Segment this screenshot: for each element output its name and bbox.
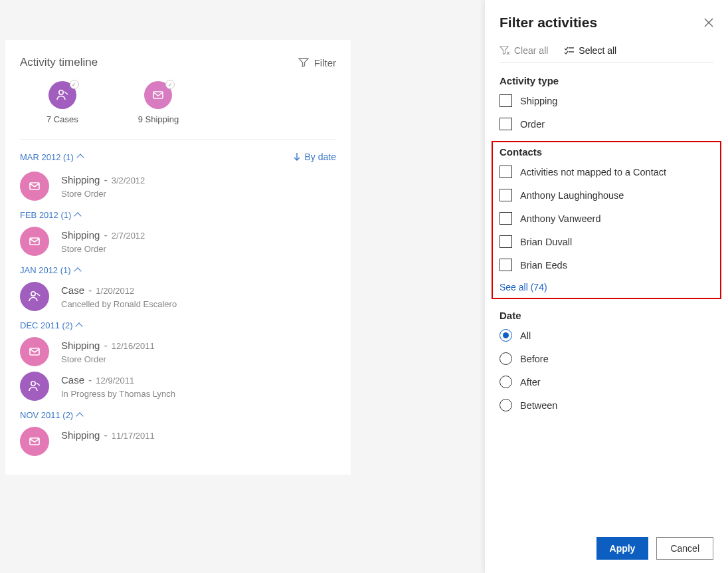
shipping-icon-circle	[20, 337, 49, 366]
select-all-button[interactable]: Select all	[564, 45, 616, 56]
summary-shipping[interactable]: ✓ 9 Shipping	[138, 81, 179, 124]
checkbox[interactable]	[500, 118, 512, 130]
apply-button[interactable]: Apply	[596, 537, 649, 560]
radio-label: After	[520, 377, 541, 388]
timeline-item[interactable]: Shipping-2/7/2012Store Order	[20, 227, 336, 256]
cancel-button[interactable]: Cancel	[656, 537, 713, 560]
date-option[interactable]: Before	[500, 352, 713, 365]
close-button[interactable]	[704, 18, 713, 27]
checkbox[interactable]	[500, 166, 512, 178]
date-option[interactable]: All	[500, 329, 713, 342]
item-type: Shipping	[61, 340, 100, 351]
date-option[interactable]: Between	[500, 399, 713, 411]
group-header[interactable]: NOV 2011 (2)	[20, 410, 336, 420]
summary-cases[interactable]: ✓ 7 Cases	[46, 81, 78, 124]
checkbox-label: Brian Eeds	[520, 260, 567, 271]
funnel-icon	[298, 57, 309, 68]
mail-icon	[28, 435, 41, 448]
checkbox-label: Brian Duvall	[520, 237, 572, 247]
contact-option[interactable]: Anthony Laughinghouse	[500, 189, 713, 201]
see-all-contacts-link[interactable]: See all (74)	[500, 282, 713, 292]
panel-header: Filter activities	[485, 0, 728, 40]
person-icon	[28, 380, 41, 393]
svg-rect-3	[30, 238, 39, 245]
panel-title: Filter activities	[500, 15, 597, 31]
contact-option[interactable]: Brian Duvall	[500, 235, 713, 248]
contacts-options: Activities not mapped to a ContactAnthon…	[500, 166, 713, 271]
arrow-down-icon	[293, 152, 301, 162]
date-option[interactable]: After	[500, 376, 713, 388]
shipping-icon-circle	[20, 172, 49, 201]
sort-by-date[interactable]: By date	[293, 152, 336, 162]
clear-all-button[interactable]: Clear all	[500, 45, 548, 56]
activity-type-option[interactable]: Shipping	[500, 94, 713, 107]
svg-rect-2	[30, 183, 39, 189]
checkbox-label: Order	[520, 119, 545, 130]
case-icon-circle	[20, 372, 49, 401]
group-header-mar-2012[interactable]: MAR 2012 (1)	[20, 152, 83, 162]
item-type: Shipping	[61, 429, 100, 441]
filter-panel: Filter activities Clear all Select all A…	[485, 0, 728, 573]
timeline-item[interactable]: Case-1/20/2012Cancelled by Ronald Escale…	[20, 282, 336, 311]
timeline-item[interactable]: Shipping-12/16/2011Store Order	[20, 337, 336, 366]
item-subtitle: In Progress by Thomas Lynch	[61, 389, 175, 399]
mail-icon	[28, 345, 41, 358]
timeline-item[interactable]: Shipping-11/17/2011	[20, 427, 336, 456]
checkbox-label: Anthony Vanweerd	[520, 213, 600, 224]
radio[interactable]	[500, 352, 512, 365]
svg-rect-1	[153, 92, 163, 98]
item-date: 1/20/2012	[96, 286, 134, 296]
chevron-up-icon	[76, 154, 84, 161]
case-icon-circle	[20, 282, 49, 311]
group-header[interactable]: JAN 2012 (1)	[20, 265, 336, 275]
checkbox[interactable]	[500, 94, 512, 107]
chevron-up-icon	[74, 267, 81, 275]
contacts-title: Contacts	[500, 146, 713, 158]
person-icon	[28, 290, 41, 303]
activity-timeline-card: Activity timeline Filter ✓ 7 Cases ✓ 9 S…	[5, 40, 351, 475]
timeline-item[interactable]: Shipping-3/2/2012Store Order	[20, 172, 336, 201]
svg-rect-7	[30, 438, 39, 445]
radio-label: Before	[520, 354, 549, 364]
checkbox[interactable]	[500, 235, 512, 248]
timeline-item[interactable]: Case-12/9/2011In Progress by Thomas Lync…	[20, 372, 336, 401]
summary-row: ✓ 7 Cases ✓ 9 Shipping	[20, 81, 336, 124]
item-date: 3/2/2012	[112, 175, 145, 185]
checkbox[interactable]	[500, 189, 512, 201]
group-header[interactable]: DEC 2011 (2)	[20, 320, 336, 330]
date-options: AllBeforeAfterBetween	[500, 329, 713, 411]
checkbox-label: Anthony Laughinghouse	[520, 190, 624, 201]
panel-footer: Apply Cancel	[485, 528, 728, 573]
activity-type-option[interactable]: Order	[500, 118, 713, 130]
person-icon	[56, 88, 69, 102]
checkbox[interactable]	[500, 259, 512, 271]
mail-icon	[28, 179, 41, 193]
checkbox[interactable]	[500, 212, 512, 225]
radio[interactable]	[500, 329, 512, 342]
activity-type-title: Activity type	[500, 75, 713, 86]
contact-option[interactable]: Anthony Vanweerd	[500, 212, 713, 225]
item-type: Shipping	[61, 174, 100, 185]
divider	[20, 139, 336, 140]
item-date: 11/17/2011	[112, 431, 155, 441]
item-type: Case	[61, 285, 84, 296]
contact-option[interactable]: Brian Eeds	[500, 259, 713, 271]
timeline-title: Activity timeline	[20, 56, 98, 69]
contact-option[interactable]: Activities not mapped to a Contact	[500, 166, 713, 178]
radio[interactable]	[500, 376, 512, 388]
card-header: Activity timeline Filter	[20, 56, 336, 69]
item-date: 12/16/2011	[112, 341, 155, 351]
mail-icon	[28, 235, 41, 248]
svg-point-0	[59, 90, 63, 94]
panel-actions: Clear all Select all	[500, 45, 713, 63]
item-date: 12/9/2011	[96, 376, 134, 386]
radio[interactable]	[500, 399, 512, 411]
item-subtitle: Store Order	[61, 189, 145, 199]
funnel-clear-icon	[500, 46, 510, 56]
activity-type-options: ShippingOrder	[500, 94, 713, 130]
shipping-icon-circle	[20, 427, 49, 456]
group-header[interactable]: FEB 2012 (1)	[20, 210, 336, 220]
timeline-groups: Shipping-3/2/2012Store OrderFEB 2012 (1)…	[20, 172, 336, 456]
filter-button[interactable]: Filter	[298, 57, 336, 68]
cases-circle: ✓	[48, 81, 76, 109]
